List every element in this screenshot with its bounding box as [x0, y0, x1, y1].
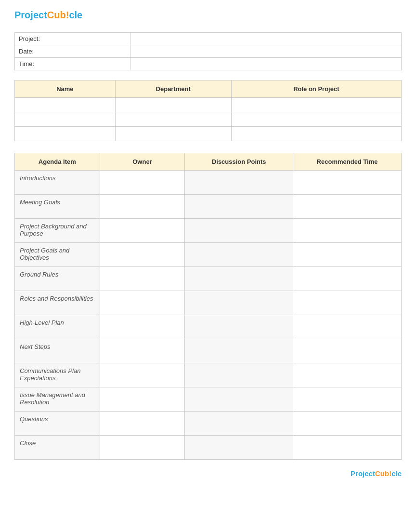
agenda-owner-header: Owner — [100, 153, 185, 171]
agenda-discussion-5 — [185, 267, 293, 291]
agenda-owner-1 — [100, 171, 185, 195]
agenda-row-10: Issue Management and Resolution — [15, 387, 402, 412]
project-label: Project: — [15, 33, 130, 45]
agenda-discussion-6 — [185, 291, 293, 315]
agenda-discussion-2 — [185, 195, 293, 219]
agenda-time-11 — [293, 412, 402, 436]
agenda-item-11: Questions — [15, 412, 100, 436]
agenda-owner-4 — [100, 243, 185, 267]
agenda-time-header: Recommended Time — [293, 153, 402, 171]
time-label: Time: — [15, 58, 130, 70]
date-value — [130, 45, 402, 58]
agenda-item-6: Roles and Responsibilities — [15, 291, 100, 315]
agenda-owner-8 — [100, 339, 185, 363]
agenda-row-8: Next Steps — [15, 339, 402, 363]
logo-project: Project — [14, 10, 47, 20]
agenda-time-4 — [293, 243, 402, 267]
footer-logo-cub: Cub — [375, 469, 389, 478]
attendees-role-header: Role on Project — [231, 80, 401, 98]
agenda-row-4: Project Goals and Objectives — [15, 243, 402, 267]
agenda-item-12: Close — [15, 436, 100, 460]
footer-logo-icle: cle — [391, 469, 402, 478]
agenda-time-5 — [293, 267, 402, 291]
agenda-time-7 — [293, 315, 402, 339]
logo-icle: cle — [69, 10, 82, 20]
attendees-header-row: Name Department Role on Project — [15, 80, 402, 98]
agenda-owner-12 — [100, 436, 185, 460]
agenda-row-9: Communications Plan Expectations — [15, 363, 402, 387]
agenda-row-3: Project Background and Purpose — [15, 219, 402, 243]
project-value — [130, 33, 402, 45]
time-row: Time: — [15, 58, 402, 70]
agenda-discussion-8 — [185, 339, 293, 363]
agenda-discussion-12 — [185, 436, 293, 460]
agenda-discussion-7 — [185, 315, 293, 339]
agenda-discussion-header: Discussion Points — [185, 153, 293, 171]
agenda-time-2 — [293, 195, 402, 219]
agenda-time-12 — [293, 436, 402, 460]
agenda-time-1 — [293, 171, 402, 195]
agenda-row-7: High-Level Plan — [15, 315, 402, 339]
agenda-item-9: Communications Plan Expectations — [15, 363, 100, 387]
agenda-discussion-10 — [185, 387, 293, 412]
agenda-time-10 — [293, 387, 402, 412]
agenda-row-6: Roles and Responsibilities — [15, 291, 402, 315]
agenda-item-5: Ground Rules — [15, 267, 100, 291]
agenda-header-row: Agenda Item Owner Discussion Points Reco… — [15, 153, 402, 171]
agenda-table: Agenda Item Owner Discussion Points Reco… — [14, 153, 402, 460]
date-label: Date: — [15, 45, 130, 58]
agenda-item-3: Project Background and Purpose — [15, 219, 100, 243]
agenda-row-5: Ground Rules — [15, 267, 402, 291]
attendees-name-header: Name — [15, 80, 116, 98]
agenda-time-3 — [293, 219, 402, 243]
agenda-row-12: Close — [15, 436, 402, 460]
agenda-item-1: Introductions — [15, 171, 100, 195]
agenda-row-2: Meeting Goals — [15, 195, 402, 219]
agenda-discussion-1 — [185, 171, 293, 195]
agenda-owner-9 — [100, 363, 185, 387]
agenda-row-11: Questions — [15, 412, 402, 436]
info-table: Project: Date: Time: — [14, 32, 402, 70]
footer-logo-project: Project — [351, 469, 375, 478]
agenda-discussion-4 — [185, 243, 293, 267]
agenda-time-9 — [293, 363, 402, 387]
agenda-owner-7 — [100, 315, 185, 339]
attendees-row-2 — [15, 112, 402, 127]
agenda-owner-11 — [100, 412, 185, 436]
date-row: Date: — [15, 45, 402, 58]
agenda-discussion-11 — [185, 412, 293, 436]
agenda-discussion-3 — [185, 219, 293, 243]
agenda-item-8: Next Steps — [15, 339, 100, 363]
agenda-discussion-9 — [185, 363, 293, 387]
logo-cub: Cub — [47, 10, 66, 20]
time-value — [130, 58, 402, 70]
agenda-item-7: High-Level Plan — [15, 315, 100, 339]
agenda-row-1: Introductions — [15, 171, 402, 195]
agenda-item-header: Agenda Item — [15, 153, 100, 171]
attendees-table: Name Department Role on Project — [14, 80, 402, 141]
logo: ProjectCub!cle — [14, 10, 402, 21]
attendees-row-1 — [15, 98, 402, 112]
agenda-item-2: Meeting Goals — [15, 195, 100, 219]
agenda-item-4: Project Goals and Objectives — [15, 243, 100, 267]
footer-logo: ProjectCub!cle — [14, 469, 402, 478]
agenda-owner-5 — [100, 267, 185, 291]
agenda-owner-6 — [100, 291, 185, 315]
agenda-item-10: Issue Management and Resolution — [15, 387, 100, 412]
attendees-department-header: Department — [115, 80, 231, 98]
agenda-owner-3 — [100, 219, 185, 243]
project-row: Project: — [15, 33, 402, 45]
agenda-owner-10 — [100, 387, 185, 412]
agenda-time-6 — [293, 291, 402, 315]
attendees-row-3 — [15, 127, 402, 141]
agenda-owner-2 — [100, 195, 185, 219]
agenda-time-8 — [293, 339, 402, 363]
